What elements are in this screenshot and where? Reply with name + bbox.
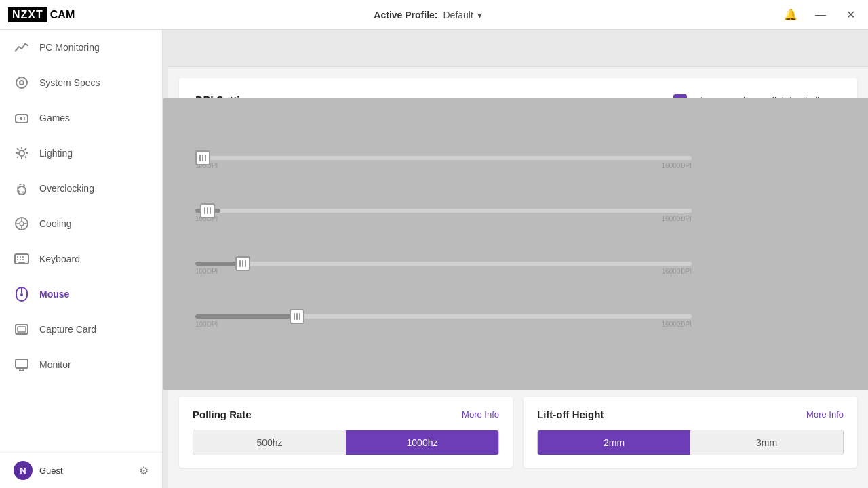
nav-item-games[interactable]: Games <box>0 100 162 136</box>
setting-3-slider[interactable]: 100DPI 16000DPI <box>195 262 692 275</box>
nav-label-capture-card: Capture Card <box>39 324 96 335</box>
nav-label-system-specs: System Specs <box>39 77 100 88</box>
profile-name: Default <box>443 9 473 20</box>
nav-item-keyboard[interactable]: Keyboard <box>0 241 162 277</box>
liftoff-height-header: Lift-off Height More Info <box>537 409 844 420</box>
sidebar-scrollbar[interactable] <box>163 30 168 488</box>
guest-name: Guest <box>39 466 132 476</box>
nav-label-cooling: Cooling <box>39 218 71 229</box>
nav-label-lighting: Lighting <box>39 148 73 159</box>
slider-max-4: 16000DPI <box>662 321 692 328</box>
nav-item-monitor[interactable]: Monitor <box>0 347 162 382</box>
svg-rect-32 <box>18 327 26 332</box>
scrollbar-thumb[interactable] <box>163 98 868 390</box>
svg-line-15 <box>17 157 18 158</box>
overclocking-icon <box>14 180 30 197</box>
cooling-icon <box>14 216 30 232</box>
slider-min-4: 100DPI <box>195 321 218 328</box>
svg-point-5 <box>24 117 25 119</box>
svg-point-30 <box>20 293 23 296</box>
nav-label-overclocking: Overclocking <box>39 183 94 194</box>
nav-item-capture-card[interactable]: Capture Card <box>0 312 162 347</box>
nav-item-cooling[interactable]: Cooling <box>0 206 162 241</box>
svg-point-19 <box>20 222 24 226</box>
slider-min-3: 100DPI <box>195 268 218 275</box>
liftoff-height-card: Lift-off Height More Info 2mm 3mm <box>524 396 857 468</box>
close-button[interactable]: ✕ <box>841 5 860 24</box>
svg-point-7 <box>19 150 24 156</box>
nav-label-mouse: Mouse <box>39 289 69 300</box>
liftoff-3mm[interactable]: 3mm <box>690 430 843 455</box>
liftoff-2mm[interactable]: 2mm <box>538 430 690 455</box>
minimize-button[interactable]: — <box>811 5 830 24</box>
bottom-cards: Polling Rate More Info 500hz 1000hz Lift… <box>179 396 857 468</box>
nav-item-system-specs[interactable]: System Specs <box>0 65 162 100</box>
lighting-icon <box>14 145 30 161</box>
polling-rate-more-info[interactable]: More Info <box>462 409 499 420</box>
nav-item-overclocking[interactable]: Overclocking <box>0 171 162 206</box>
notification-button[interactable]: 🔔 <box>781 5 800 24</box>
games-icon <box>14 110 30 126</box>
svg-line-13 <box>25 157 26 158</box>
keyboard-icon <box>14 251 30 267</box>
nav-item-lighting[interactable]: Lighting <box>0 136 162 171</box>
setting-4-slider[interactable]: 100DPI 16000DPI <box>195 314 692 328</box>
liftoff-more-info[interactable]: More Info <box>806 409 844 420</box>
nav-item-pc-monitoring[interactable]: PC Monitoring <box>0 30 162 65</box>
polling-rate-header: Polling Rate More Info <box>193 409 499 420</box>
app-body: PC Monitoring System Specs <box>0 30 868 488</box>
liftoff-options: 2mm 3mm <box>537 430 844 455</box>
liftoff-height-title: Lift-off Height <box>537 409 604 420</box>
slider-max-1: 16000DPI <box>662 162 692 169</box>
top-bar <box>168 30 868 67</box>
active-profile-label: Active Profile: <box>374 9 437 20</box>
logo-nzxt: NZXT <box>8 7 47 22</box>
monitor-icon <box>14 357 30 373</box>
capture-card-icon <box>14 321 30 338</box>
logo: NZXT CAM <box>8 7 75 22</box>
chevron-down-icon: ▾ <box>477 9 482 20</box>
title-bar: NZXT CAM Active Profile: Default ▾ 🔔 — ✕ <box>0 0 868 30</box>
svg-line-14 <box>25 148 26 150</box>
pc-monitoring-icon <box>14 39 30 56</box>
slider-max-2: 16000DPI <box>662 215 692 222</box>
sidebar: PC Monitoring System Specs <box>0 30 163 488</box>
svg-line-12 <box>17 148 18 150</box>
nav-label-monitor: Monitor <box>39 359 71 370</box>
avatar: N <box>14 461 33 480</box>
svg-rect-33 <box>16 359 28 368</box>
slider-max-3: 16000DPI <box>662 268 692 275</box>
svg-point-6 <box>24 119 25 120</box>
sidebar-bottom: N Guest ⚙ <box>0 452 162 488</box>
svg-point-1 <box>20 81 24 85</box>
svg-point-16 <box>18 186 26 195</box>
polling-rate-1000hz[interactable]: 1000hz <box>346 430 498 455</box>
nav-label-keyboard: Keyboard <box>39 253 80 264</box>
polling-rate-title: Polling Rate <box>193 409 252 420</box>
nav-label-pc-monitoring: PC Monitoring <box>39 42 100 53</box>
profile-dropdown[interactable]: Default ▾ <box>443 9 482 20</box>
setting-2-slider[interactable]: 100DPI 16000DPI <box>195 209 692 222</box>
mouse-icon <box>14 286 30 302</box>
polling-rate-options: 500hz 1000hz <box>193 430 499 455</box>
logo-cam: CAM <box>50 9 75 21</box>
system-specs-icon <box>14 75 30 91</box>
nav-item-mouse[interactable]: Mouse <box>0 277 162 312</box>
setting-1-slider[interactable]: 100DPI 16000DPI <box>195 156 692 169</box>
svg-point-0 <box>16 77 27 88</box>
polling-rate-card: Polling Rate More Info 500hz 1000hz <box>179 396 513 468</box>
settings-gear-icon[interactable]: ⚙ <box>139 464 149 477</box>
polling-rate-500hz[interactable]: 500hz <box>193 430 346 455</box>
window-controls: 🔔 — ✕ <box>781 5 860 24</box>
active-profile: Active Profile: Default ▾ <box>374 9 482 20</box>
nav-label-games: Games <box>39 113 70 123</box>
